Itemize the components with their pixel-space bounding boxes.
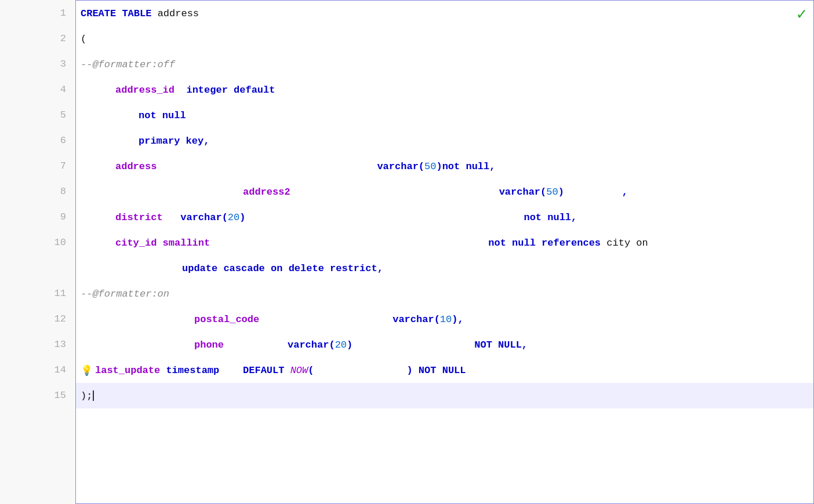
formatter-off-comment: --@formatter:off [81, 59, 175, 70]
col-last-update-rest: ( [308, 365, 314, 376]
col-address-len: 50 [424, 161, 436, 172]
col-district-type: varchar( [163, 212, 228, 223]
col-address2-close: ) [558, 187, 564, 198]
col-last-update-type: timestamp DEFAULT [160, 365, 290, 376]
code-editor[interactable]: ✓ CREATE TABLE address ( --@formatter:of… [75, 0, 814, 504]
open-paren: ( [81, 34, 86, 45]
formatter-on-comment: --@formatter:on [81, 288, 169, 300]
col-city-id-constraint: not null references [488, 238, 606, 249]
code-line-11: --@formatter:on [76, 281, 813, 306]
col-district-notnull: not null, [524, 212, 577, 223]
line-num-10: 10 [0, 229, 75, 255]
line-num-9: 9 [0, 204, 75, 229]
code-lines: CREATE TABLE address ( --@formatter:off … [76, 1, 813, 408]
line-num-10b [0, 255, 75, 280]
col-phone-notnull: NOT NULL, [474, 339, 528, 350]
col-district-len: 20 [228, 212, 239, 223]
col-postal-code-type: varchar( [393, 314, 440, 325]
line-num-12: 12 [0, 306, 75, 331]
col-address2-len: 50 [546, 187, 558, 198]
col-address: address [115, 161, 157, 172]
col-phone: phone [194, 339, 224, 350]
col-last-update: last_update [95, 365, 160, 376]
code-line-15[interactable]: ); [76, 383, 813, 408]
line-num-13: 13 [0, 331, 75, 357]
line-num-8: 8 [0, 178, 75, 204]
line-num-14: 14 [0, 357, 75, 382]
code-line-14: 💡 last_update timestamp DEFAULT NOW ( ) … [76, 357, 813, 383]
code-line-12: postal_code varchar(10), [76, 306, 813, 332]
line-num-5: 5 [0, 102, 75, 127]
col-address-type: varchar( [377, 161, 424, 172]
col-city-id: city_id smallint [115, 238, 210, 249]
keyword-create: CREATE [81, 8, 116, 19]
col-last-update-now: NOW [290, 365, 308, 376]
code-line-7: address varchar(50)not null, [76, 154, 813, 179]
col-last-update-notnull: ) NOT NULL [406, 365, 466, 376]
col-postal-code-close: ), [452, 314, 463, 325]
code-line-6: primary key, [76, 128, 813, 154]
col-phone-type: varchar( [288, 339, 335, 350]
line-num-11: 11 [0, 280, 75, 306]
code-line-10b: update cascade on delete restrict, [76, 255, 813, 281]
col-address-id: address_id [115, 85, 175, 96]
col-district: district [115, 212, 163, 223]
col-postal-code-len: 10 [440, 314, 452, 325]
line-num-1: 1 [0, 0, 75, 25]
col-address-id-type: integer default [175, 85, 275, 96]
close-statement: ); [81, 390, 92, 401]
col-address2: address2 [243, 187, 290, 198]
col-address2-type: varchar( [499, 187, 547, 198]
col-city-cascade: update cascade on delete restrict, [182, 263, 383, 274]
line-num-2: 2 [0, 25, 75, 51]
code-line-1: CREATE TABLE address [76, 1, 813, 26]
table-name: address [158, 8, 199, 19]
col-postal-code: postal_code [194, 314, 259, 325]
line-num-3: 3 [0, 51, 75, 76]
code-line-5: not null [76, 103, 813, 128]
col-city-id-ref: city on [606, 238, 648, 249]
code-line-2: ( [76, 26, 813, 52]
line-num-7: 7 [0, 153, 75, 178]
code-line-4: address_id integer default [76, 77, 813, 103]
editor-container: 1 2 3 4 5 6 7 8 9 10 11 12 13 14 15 ✓ CR… [0, 0, 814, 504]
code-line-9: district varchar(20) not null, [76, 204, 813, 230]
lightbulb-icon: 💡 [81, 364, 93, 377]
col-phone-len: 20 [335, 339, 347, 350]
col-address2-comma: , [622, 187, 628, 198]
primary-key: primary key, [139, 136, 209, 147]
col-address-constraint: )not null, [436, 161, 495, 172]
text-cursor [93, 390, 94, 401]
line-num-4: 4 [0, 76, 75, 102]
col-district-rest: ) [239, 212, 245, 223]
code-line-3: --@formatter:off [76, 52, 813, 77]
line-numbers: 1 2 3 4 5 6 7 8 9 10 11 12 13 14 15 [0, 0, 75, 504]
line-num-6: 6 [0, 127, 75, 153]
code-line-13: phone varchar(20) NOT NULL, [76, 332, 813, 357]
keyword-table: TABLE [116, 8, 157, 19]
code-line-10: city_id smallint not null references cit… [76, 230, 813, 255]
col-phone-rest: ) [347, 339, 353, 350]
not-null-1: not null [139, 110, 186, 121]
code-line-8: address2 varchar(50) , [76, 179, 813, 204]
line-num-15: 15 [0, 382, 75, 408]
